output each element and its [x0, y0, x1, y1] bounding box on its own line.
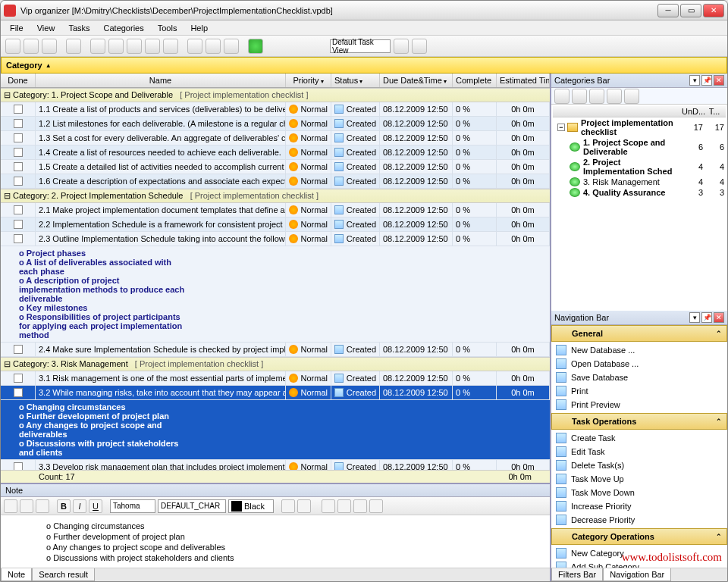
tree-row[interactable]: 4. Quality Assurance33 [553, 187, 726, 198]
bold-button[interactable]: B [57, 499, 71, 513]
toolbar-button[interactable] [108, 39, 124, 54]
menu-categories[interactable]: Categories [98, 22, 150, 34]
color-select[interactable]: Black [228, 499, 274, 513]
nav-item[interactable]: Open Database ... [551, 357, 727, 371]
nav-group-general[interactable]: General⌃ [551, 325, 727, 342]
nav-item[interactable]: Print [551, 384, 727, 398]
toolbar-button[interactable] [5, 39, 20, 54]
note-tb-btn[interactable] [281, 499, 295, 513]
table-row[interactable]: 1.6 Create a description of expectations… [1, 174, 550, 189]
pane-close-button[interactable]: ✕ [714, 75, 724, 86]
checkbox[interactable] [14, 220, 23, 229]
maximize-button[interactable]: ▭ [680, 4, 701, 17]
nav-item[interactable]: Task Move Down [551, 486, 727, 499]
col-est[interactable]: Estimated Time [497, 74, 550, 87]
checkbox[interactable] [14, 374, 23, 383]
menu-help[interactable]: Help [184, 22, 214, 34]
font-select[interactable]: Tahoma [110, 499, 155, 513]
toolbar-button[interactable] [24, 39, 39, 54]
checkbox[interactable] [14, 162, 23, 171]
table-row[interactable]: 2.4 Make sure Implementation Schedule is… [1, 343, 550, 357]
task-view-select[interactable]: Default Task View [330, 39, 391, 53]
table-row[interactable]: 1.3 Set a cost for every deliverable. An… [1, 131, 550, 146]
nav-item[interactable]: Create Task [551, 431, 727, 445]
toolbar-button[interactable] [248, 39, 263, 54]
table-row[interactable]: 3.2 While managing risks, take into acco… [1, 386, 550, 400]
checkbox[interactable] [14, 148, 23, 157]
category-bar[interactable]: Category ▲ [1, 57, 727, 74]
collapse-icon[interactable]: − [557, 124, 565, 131]
group-header[interactable]: ⊟ Category: 1. Project Scope and Deliver… [1, 88, 550, 102]
pane-dropdown-button[interactable]: ▾ [689, 312, 700, 323]
menu-tools[interactable]: Tools [152, 22, 184, 34]
checkbox[interactable] [14, 388, 23, 397]
table-row[interactable]: 3.1 Risk management is one of the most e… [1, 371, 550, 386]
note-tb-btn[interactable] [353, 499, 367, 513]
checkbox[interactable] [14, 234, 23, 243]
minimize-button[interactable]: ─ [657, 4, 679, 17]
nav-item[interactable]: Delete Task(s) [551, 458, 727, 472]
nav-group-task-operations[interactable]: Task Operations⌃ [551, 413, 727, 430]
checkbox[interactable] [14, 205, 23, 214]
pane-pin-button[interactable]: 📌 [701, 75, 712, 86]
nav-item[interactable]: Save Database [551, 371, 727, 384]
toolbar-button[interactable] [163, 39, 178, 54]
col-name[interactable]: Name [36, 74, 286, 87]
menu-file[interactable]: File [4, 22, 30, 34]
checkbox[interactable] [14, 133, 23, 142]
table-row[interactable]: 1.5 Create a detailed list of activities… [1, 160, 550, 174]
toolbar-button[interactable] [206, 39, 221, 54]
note-tb-btn[interactable] [4, 499, 17, 513]
pane-close-button[interactable]: ✕ [714, 312, 724, 323]
tree-row[interactable]: 3. Risk Management44 [553, 177, 726, 187]
tree-row[interactable]: −Project implementation checklist1717 [553, 117, 726, 137]
note-tab[interactable]: Search result [32, 568, 95, 581]
col-status[interactable]: Status▾ [331, 74, 380, 87]
col-date[interactable]: Due Date&Time▾ [380, 74, 453, 87]
bottom-tab[interactable]: Filters Bar [551, 568, 603, 581]
table-row[interactable]: 1.4 Create a list of resources needed to… [1, 146, 550, 160]
note-tb-btn[interactable] [36, 499, 49, 513]
note-tb-btn[interactable] [20, 499, 33, 513]
size-select[interactable]: DEFAULT_CHAR [158, 499, 226, 513]
nav-item[interactable]: Task Move Up [551, 472, 727, 486]
note-tb-btn[interactable] [337, 499, 351, 513]
cat-tb-btn[interactable] [589, 89, 604, 104]
table-row[interactable]: 2.1 Make project implementation document… [1, 203, 550, 217]
cat-tb-btn[interactable] [572, 89, 587, 104]
nav-group-category-operations[interactable]: Category Operations⌃ [551, 528, 727, 545]
underline-button[interactable]: U [89, 499, 102, 513]
tree-row[interactable]: 1. Project Scope and Deliverable66 [553, 137, 726, 157]
checkbox[interactable] [14, 345, 23, 354]
note-body[interactable]: o Changing circumstanceso Further develo… [1, 515, 550, 568]
menu-view[interactable]: View [31, 22, 61, 34]
task-grid[interactable]: Done Name Priority▾ Status▾ Due Date&Tim… [1, 74, 550, 470]
col-complete[interactable]: Complete [453, 74, 497, 87]
col-done[interactable]: Done [1, 74, 36, 87]
table-row[interactable]: 1.2 List milestones for each deliverable… [1, 117, 550, 131]
toolbar-button[interactable] [42, 39, 57, 54]
col-priority[interactable]: Priority▾ [286, 74, 331, 87]
menu-tasks[interactable]: Tasks [62, 22, 96, 34]
nav-item[interactable]: New Database ... [551, 343, 727, 357]
toolbar-button[interactable] [66, 39, 81, 54]
close-button[interactable]: ✕ [703, 4, 724, 17]
table-row[interactable]: 2.2 Implementation Schedule is a framewo… [1, 217, 550, 232]
note-tb-btn[interactable] [322, 499, 335, 513]
tree-row[interactable]: 2. Project Implementation Sched44 [553, 157, 726, 177]
bottom-tab[interactable]: Navigation Bar [603, 568, 671, 581]
group-header[interactable]: ⊟ Category: 3. Risk Management [ Project… [1, 357, 550, 371]
table-row[interactable]: 3.3 Develop risk management plan that in… [1, 460, 550, 470]
toolbar-button[interactable] [90, 39, 105, 54]
table-row[interactable]: 1.1 Create a list of products and servic… [1, 102, 550, 117]
cat-tb-btn[interactable] [607, 89, 622, 104]
checkbox[interactable] [14, 105, 23, 114]
categories-tree[interactable]: UnD... T... −Project implementation chec… [551, 105, 727, 311]
nav-item[interactable]: Increase Priority [551, 499, 727, 513]
toolbar-button[interactable] [145, 39, 160, 54]
checkbox[interactable] [14, 177, 23, 186]
nav-item[interactable]: Print Preview [551, 398, 727, 411]
toolbar-button[interactable] [394, 39, 409, 54]
cat-tb-btn[interactable] [554, 89, 570, 104]
toolbar-button[interactable] [224, 39, 239, 54]
